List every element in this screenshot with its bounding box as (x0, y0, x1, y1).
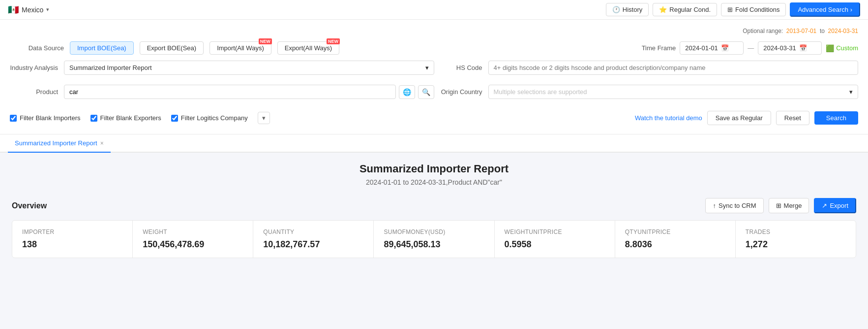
stat-label: SumOfMoney(USD) (384, 229, 484, 235)
data-source-row: Data Source Import BOE(Sea) Export BOE(S… (10, 41, 339, 55)
stat-value: 1,272 (746, 239, 846, 250)
industry-analysis-chevron: ▾ (425, 64, 429, 71)
product-input[interactable] (64, 85, 396, 99)
fold-conditions-label: Fold Conditions (735, 6, 779, 13)
regular-cond-button[interactable]: ⭐ Regular Cond. (653, 3, 717, 16)
filter-blank-importers-input[interactable] (10, 115, 17, 122)
country-selector[interactable]: 🇲🇽 Mexico ▾ (8, 4, 49, 15)
range-end: 2024-03-31 (828, 28, 858, 34)
hscode-label: HS Code (434, 64, 488, 71)
stat-label: Trades (746, 229, 846, 235)
product-label: Product (10, 88, 64, 96)
close-tab-button[interactable]: × (100, 140, 104, 147)
export-icon: ↗ (822, 202, 827, 209)
hscode-input[interactable] (488, 61, 859, 75)
top-bar: 🇲🇽 Mexico ▾ 🕐 History ⭐ Regular Cond. ⊞ … (0, 0, 868, 20)
filter-blank-exporters-label: Filter Blank Exporters (100, 114, 161, 122)
origin-country-chevron: ▾ (849, 88, 853, 96)
fold-icon: ⊞ (727, 6, 733, 13)
industry-analysis-select[interactable]: Summarized Importer Report ▾ (64, 61, 434, 75)
tab-import-boe-sea[interactable]: Import BOE(Sea) (70, 41, 134, 55)
tab-import-all-ways[interactable]: Import(All Ways) NEW (210, 41, 271, 55)
advanced-search-button[interactable]: Advanced Search › (790, 2, 860, 17)
stat-card-sumofmoney-usd-: SumOfMoney(USD) 89,645,058.13 (374, 221, 494, 258)
tutorial-link[interactable]: Watch the tutorial demo (635, 114, 702, 122)
origin-country-label: Origin Country (434, 88, 488, 96)
sync-crm-label: Sync to CRM (718, 202, 756, 209)
timeframe-row: Time Frame 2024-01-01 📅 — 2024-03-31 📅 🟩… (622, 41, 858, 55)
origin-country-placeholder: Multiple selections are supported (494, 88, 587, 96)
save-as-regular-button[interactable]: Save as Regular (707, 111, 771, 125)
sync-crm-button[interactable]: ↑ Sync to CRM (705, 198, 763, 213)
date-to-value: 2024-03-31 (763, 44, 796, 52)
overview-title: Overview (12, 201, 47, 210)
filter-blank-importers-checkbox[interactable]: Filter Blank Importers (10, 114, 81, 122)
top-bar-actions: 🕐 History ⭐ Regular Cond. ⊞ Fold Conditi… (606, 2, 860, 17)
result-tab-summarized-importer-report[interactable]: Summarized Importer Report × (8, 134, 111, 153)
reset-button[interactable]: Reset (776, 111, 809, 125)
hscode-row: HS Code (434, 61, 859, 75)
stat-card-qtyunitprice: QtyUnitPrice 8.8036 (615, 221, 736, 258)
filters-row: Filter Blank Importers Filter Blank Expo… (10, 109, 858, 127)
advanced-search-label: Advanced Search › (798, 6, 852, 13)
tab-export-boe-sea[interactable]: Export BOE(Sea) (140, 41, 204, 55)
filter-logistics-input[interactable] (171, 115, 178, 122)
stat-label: QtyUnitPrice (625, 229, 725, 235)
filter-blank-exporters-input[interactable] (90, 115, 97, 122)
date-to-input[interactable]: 2024-03-31 📅 (758, 41, 822, 55)
collapse-button[interactable]: ▾ (258, 112, 270, 124)
history-button[interactable]: 🕐 History (606, 3, 649, 16)
report-subtitle: 2024-01-01 to 2024-03-31,Product AND"car… (12, 178, 856, 186)
merge-label: Merge (784, 202, 802, 209)
export-label: Export (830, 202, 848, 209)
industry-analysis-row: Industry Analysis Summarized Importer Re… (10, 61, 434, 75)
merge-button[interactable]: ⊞ Merge (769, 198, 809, 213)
calendar-icon-from: 📅 (721, 44, 729, 52)
date-from-value: 2024-01-01 (685, 44, 718, 52)
stat-label: WeightUnitPrice (505, 229, 605, 235)
main-content: Summarized Importer Report 2024-01-01 to… (0, 153, 868, 300)
stat-label: Quantity (263, 229, 363, 235)
country-chevron-icon: ▾ (46, 6, 49, 13)
optional-range: Optional range: 2013-07-01 to 2024-03-31 (743, 28, 858, 34)
search-button[interactable]: Search (814, 111, 858, 125)
tab-export-all-ways[interactable]: Export(All Ways) NEW (277, 41, 339, 55)
history-label: History (623, 6, 642, 13)
stat-value: 10,182,767.57 (263, 239, 363, 250)
stat-card-importer: Importer 138 (12, 221, 133, 258)
translate-icon-button[interactable]: 🌐 (399, 85, 415, 99)
custom-button[interactable]: 🟩 Custom (826, 44, 858, 52)
report-title: Summarized Importer Report (12, 163, 856, 175)
filter-blank-exporters-checkbox[interactable]: Filter Blank Exporters (90, 114, 161, 122)
stat-value: 89,645,058.13 (384, 239, 484, 250)
similar-search-button[interactable]: 🔍 (418, 85, 434, 99)
industry-analysis-value: Summarized Importer Report (69, 64, 152, 71)
range-start: 2013-07-01 (786, 28, 816, 34)
date-from-input[interactable]: 2024-01-01 📅 (680, 41, 744, 55)
stat-value: 150,456,478.69 (143, 239, 243, 250)
data-source-label: Data Source (10, 44, 64, 52)
date-separator: — (748, 44, 754, 52)
star-icon: ⭐ (659, 6, 667, 13)
result-tab-label: Summarized Importer Report (15, 139, 97, 147)
export-button[interactable]: ↗ Export (814, 198, 856, 213)
mexico-flag-icon: 🇲🇽 (8, 4, 19, 15)
calendar-icon-to: 📅 (799, 44, 807, 52)
filters-right-actions: Watch the tutorial demo Save as Regular … (635, 111, 858, 125)
result-tab-strip: Summarized Importer Report × (0, 134, 868, 153)
stat-card-weightunitprice: WeightUnitPrice 0.5958 (495, 221, 615, 258)
stat-value: 0.5958 (505, 239, 605, 250)
filter-logistics-label: Filter Logitics Company (181, 114, 248, 122)
history-icon: 🕐 (612, 6, 620, 13)
product-row: Product 🌐 🔍 (10, 85, 434, 99)
origin-country-select[interactable]: Multiple selections are supported ▾ (488, 85, 859, 99)
custom-icon: 🟩 (826, 44, 834, 52)
filter-logistics-checkbox[interactable]: Filter Logitics Company (171, 114, 248, 122)
industry-analysis-label: Industry Analysis (10, 64, 64, 71)
fold-conditions-button[interactable]: ⊞ Fold Conditions (721, 3, 786, 16)
stat-value: 8.8036 (625, 239, 725, 250)
new-badge-export: NEW (327, 38, 340, 44)
country-name: Mexico (22, 6, 43, 14)
stat-card-quantity: Quantity 10,182,767.57 (253, 221, 374, 258)
regular-cond-label: Regular Cond. (669, 6, 711, 13)
